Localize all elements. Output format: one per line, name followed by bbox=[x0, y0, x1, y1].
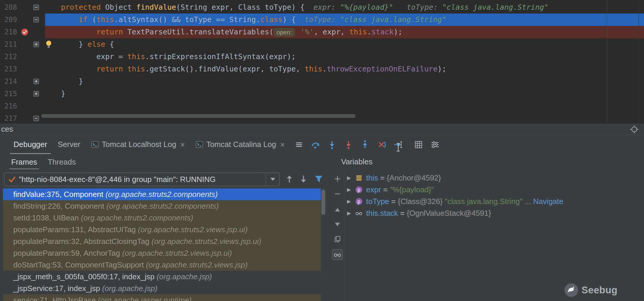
step-out-icon[interactable] bbox=[360, 140, 370, 149]
show-watches-icon[interactable] bbox=[332, 249, 343, 260]
editor-gutter-cell[interactable]: 209 bbox=[0, 14, 45, 26]
move-watch-up-icon[interactable] bbox=[332, 204, 343, 215]
next-frame-button[interactable] bbox=[298, 174, 308, 184]
tab-label: Tomcat Catalina Log bbox=[206, 140, 276, 149]
line-number[interactable]: 208 bbox=[0, 1, 17, 14]
frame-row[interactable]: _jspx_meth_s_005fa_005f0:17, index_jsp (… bbox=[3, 271, 321, 282]
code-editor[interactable]: 208protected Object findValue(String exp… bbox=[0, 0, 644, 123]
navigate-link[interactable]: Navigate bbox=[531, 197, 563, 206]
code-line-214[interactable]: 214 } bbox=[0, 75, 644, 88]
frame-row[interactable]: findValue:375, Component (org.apache.str… bbox=[3, 188, 321, 200]
editor-gutter-cell[interactable]: 213 bbox=[0, 63, 45, 75]
frame-row[interactable]: setId:1038, UIBean (org.apache.struts2.c… bbox=[3, 212, 321, 224]
line-number[interactable]: 216 bbox=[0, 100, 17, 112]
frames-list: findValue:375, Component (org.apache.str… bbox=[0, 188, 329, 301]
editor-gutter-cell[interactable]: 214 bbox=[0, 75, 45, 88]
code-line-213[interactable]: 213 return this.getStack().findValue(exp… bbox=[0, 63, 644, 75]
close-tab-icon[interactable]: × bbox=[280, 141, 285, 148]
editor-gutter-cell[interactable]: 217 bbox=[0, 112, 45, 123]
code-line-215[interactable]: 215} bbox=[0, 88, 644, 100]
intention-lightbulb-icon[interactable] bbox=[45, 40, 52, 49]
thread-selector-dropdown[interactable]: "http-nio-8084-exec-8"@2,446 in group "m… bbox=[4, 173, 280, 186]
expand-arrow-icon[interactable]: ▶ bbox=[347, 198, 355, 205]
filter-frames-icon[interactable] bbox=[314, 174, 324, 184]
editor-gutter-cell[interactable]: 211 bbox=[0, 38, 45, 51]
code-line-210[interactable]: 210 return TextParseUtil.translateVariab… bbox=[0, 26, 644, 38]
console-tab-icon bbox=[195, 141, 203, 148]
expand-arrow-icon[interactable]: ▶ bbox=[347, 175, 355, 181]
remove-watch-icon[interactable] bbox=[332, 188, 343, 199]
dropdown-chevron-icon[interactable] bbox=[266, 173, 279, 186]
fold-expanded-icon[interactable] bbox=[33, 116, 39, 121]
line-number[interactable]: 210 bbox=[0, 26, 17, 38]
editor-gutter-cell[interactable]: 215 bbox=[0, 88, 45, 100]
frame-row[interactable]: findString:226, Component (org.apache.st… bbox=[3, 200, 321, 212]
variable-value: "%{payload}" bbox=[390, 185, 434, 194]
variable-row[interactable]: ▶this = {Anchor@4592} bbox=[347, 172, 441, 184]
fold-end-icon[interactable] bbox=[33, 91, 39, 97]
code-line-208[interactable]: 208protected Object findValue(String exp… bbox=[0, 1, 644, 14]
fold-expanded-icon[interactable] bbox=[33, 17, 39, 23]
code-line-212[interactable]: 212 expr = this.stripExpressionIfAltSynt… bbox=[0, 51, 644, 63]
frame-row[interactable]: populateParams:32, AbstractClosingTag (o… bbox=[3, 235, 321, 247]
editor-gutter-cell[interactable]: 210 bbox=[0, 26, 45, 38]
view-breakpoints-icon[interactable] bbox=[414, 140, 423, 149]
fold-end-icon[interactable] bbox=[33, 41, 39, 47]
restore-layout-icon[interactable] bbox=[294, 140, 304, 149]
debugger-inline-hint: toType: "class java.lang.String" bbox=[407, 3, 549, 11]
fold-expanded-icon[interactable] bbox=[33, 4, 39, 10]
svg-text:p: p bbox=[357, 187, 360, 193]
tab-threads[interactable]: Threads bbox=[48, 158, 76, 167]
frames-scrollbar[interactable] bbox=[321, 190, 325, 215]
expand-arrow-icon[interactable]: ▶ bbox=[347, 210, 355, 216]
step-over-icon[interactable] bbox=[311, 140, 320, 149]
code-line-216[interactable]: 216 bbox=[0, 100, 644, 112]
variable-row[interactable]: ▶ptoType = {Class@326} "class java.lang.… bbox=[347, 195, 563, 207]
add-watch-icon[interactable] bbox=[332, 173, 343, 184]
frame-row[interactable]: populateParams:59, AnchorTag (org.apache… bbox=[3, 247, 321, 259]
move-watch-down-icon[interactable] bbox=[332, 219, 343, 230]
editor-gutter-cell[interactable]: 216 bbox=[0, 100, 45, 112]
frame-row[interactable]: doStartTag:53, ComponentTagSupport (org.… bbox=[3, 259, 321, 271]
frame-row[interactable]: service:71, HttpJspBase (org.apache.jasp… bbox=[3, 294, 321, 301]
close-tab-icon[interactable]: × bbox=[180, 141, 185, 148]
tab-tomcat-catalina-log[interactable]: Tomcat Catalina Log× bbox=[190, 135, 290, 154]
tab-tomcat-localhost-log[interactable]: Tomcat Localhost Log× bbox=[86, 135, 190, 154]
line-number[interactable]: 215 bbox=[0, 88, 17, 100]
editor-horizontal-scrollbar[interactable] bbox=[41, 114, 356, 118]
previous-frame-button[interactable] bbox=[284, 174, 294, 184]
editor-gutter-cell[interactable]: 208 bbox=[0, 1, 45, 14]
variable-name: toType bbox=[366, 197, 389, 206]
line-number[interactable]: 209 bbox=[0, 14, 17, 26]
parameter-name-inlay: open: bbox=[273, 28, 295, 37]
target-icon[interactable] bbox=[629, 124, 639, 134]
drop-frame-icon[interactable] bbox=[377, 140, 386, 149]
ide-window: 208protected Object findValue(String exp… bbox=[0, 0, 644, 301]
tab-server[interactable]: Server bbox=[52, 135, 86, 154]
code-text: return this.getStack().findValue(expr, t… bbox=[45, 63, 644, 75]
force-step-into-icon[interactable] bbox=[344, 140, 353, 149]
line-number[interactable]: 211 bbox=[0, 38, 17, 51]
tab-label: Debugger bbox=[14, 140, 47, 149]
frame-row[interactable]: populateParams:131, AbstractUITag (org.a… bbox=[3, 224, 321, 235]
breakpoint-icon[interactable] bbox=[21, 28, 29, 36]
duplicate-watch-icon[interactable] bbox=[332, 234, 343, 244]
line-number[interactable]: 217 bbox=[0, 112, 17, 123]
fold-end-icon[interactable] bbox=[33, 78, 39, 84]
debugger-inline-hint: expr: "%{payload}" bbox=[313, 3, 393, 11]
step-into-icon[interactable] bbox=[327, 140, 337, 149]
code-line-209[interactable]: 209 if (this.altSyntax() && toType == St… bbox=[0, 14, 644, 26]
tab-debugger[interactable]: Debugger bbox=[8, 135, 52, 154]
line-number[interactable]: 212 bbox=[0, 51, 17, 63]
line-number[interactable]: 214 bbox=[0, 75, 17, 88]
line-number[interactable]: 213 bbox=[0, 63, 17, 75]
variable-value: "class java.lang.String" bbox=[443, 197, 522, 206]
layout-settings-icon[interactable] bbox=[430, 140, 440, 149]
editor-gutter-cell[interactable]: 212 bbox=[0, 51, 45, 63]
variable-row[interactable]: ▶this.stack = {OgnlValueStack@4591} bbox=[347, 207, 491, 219]
variable-row[interactable]: ▶pexpr = "%{payload}" bbox=[347, 184, 434, 195]
frame-row[interactable]: _jspService:17, index_jsp (org.apache.js… bbox=[3, 282, 321, 294]
expand-arrow-icon[interactable]: ▶ bbox=[347, 187, 355, 193]
code-line-211[interactable]: 211 } else { bbox=[0, 38, 644, 51]
tab-frames[interactable]: Frames bbox=[11, 158, 37, 167]
